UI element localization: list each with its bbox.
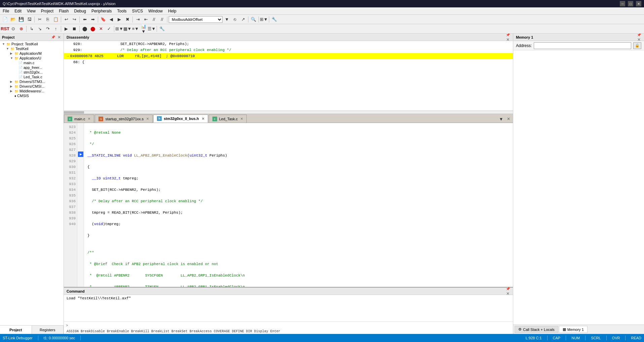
extra-button[interactable]: ☰▼ — [148, 25, 155, 33]
tab-registers[interactable]: Registers — [32, 326, 64, 334]
tab-led-task-close[interactable]: ✕ — [240, 117, 243, 121]
memory-pin-button[interactable]: 📌 — [637, 34, 641, 37]
tools-button[interactable]: 🔧 — [271, 16, 278, 23]
command-input[interactable] — [70, 324, 511, 328]
copy-button[interactable]: ⎘ — [44, 16, 51, 23]
reset-button[interactable]: RST — [1, 25, 9, 33]
tree-item-app-m[interactable]: ▶ 📁 Application/M — [1, 51, 63, 56]
stop-button[interactable]: ⊗ — [17, 25, 25, 33]
search-symbol-button[interactable]: ⎋ — [231, 16, 239, 23]
serial-view-button[interactable]: ≡▼ — [132, 25, 139, 33]
new-file-button[interactable]: 📄 — [1, 16, 9, 23]
unindent-button[interactable]: ⇤ — [142, 16, 150, 23]
disassembly-pin-button[interactable]: 📌 — [506, 34, 510, 37]
bookmark-button[interactable]: 🔖 — [99, 16, 107, 23]
menu-tools[interactable]: Tools — [115, 8, 129, 14]
paste-button[interactable]: 📋 — [52, 16, 59, 23]
command-pin-button[interactable]: 📌 — [506, 287, 510, 291]
tab-main-c[interactable]: c main.c ✕ — [64, 115, 94, 123]
memory-address-input[interactable] — [534, 42, 631, 49]
step-into-button[interactable]: ↘ — [36, 25, 43, 33]
tab-startup[interactable]: s startup_stm32g071xx.s ✕ — [95, 115, 153, 123]
menu-project[interactable]: Project — [38, 8, 56, 14]
code-line-925: __STATIC_INLINE void LL_APB2_GRP1_Enable… — [87, 153, 510, 159]
save-button[interactable]: 💾 — [17, 16, 25, 23]
view-options-button[interactable]: ⊞▼ — [260, 16, 268, 23]
tree-item-cmsis[interactable]: ♦ CMSIS — [1, 93, 63, 98]
clear-bookmarks-button[interactable]: ✖ — [124, 16, 131, 23]
indent-button[interactable]: ⇥ — [134, 16, 142, 23]
combo-dropdown[interactable]: ▼ — [223, 16, 231, 23]
step-out-button[interactable]: ↑ — [52, 25, 59, 33]
close-window-button[interactable]: ✕ — [636, 1, 641, 6]
cut-button[interactable]: ✂ — [36, 16, 43, 23]
tree-item-app-u[interactable]: ▼ 📁 Application/U — [1, 56, 63, 60]
menu-svcs[interactable]: SVCS — [129, 8, 146, 14]
tree-item-project[interactable]: ▼ 📁 Project: TestKeil — [1, 42, 63, 46]
tree-item-middlewares[interactable]: ▶ 📁 Middlewares/... — [1, 89, 63, 93]
tree-item-app-freer[interactable]: 📄 app_freer... — [1, 65, 63, 70]
next-bookmark-button[interactable]: ▶ — [116, 16, 123, 23]
menu-flash[interactable]: Flash — [56, 8, 71, 14]
right-tab-memory[interactable]: ▦ Memory 1 — [559, 326, 588, 333]
tabs-list-button[interactable]: ▼ — [497, 115, 505, 123]
menu-help[interactable]: Help — [165, 8, 179, 14]
tab-main-c-close[interactable]: ✕ — [88, 117, 90, 121]
tree-label: CMSIS — [17, 94, 29, 98]
enable-all-bp-button[interactable]: ✓ — [105, 25, 113, 33]
uncomment-button[interactable]: // — [158, 16, 166, 23]
editor-close-button[interactable]: ✕ — [506, 117, 511, 121]
scrollbar-thumb-h[interactable] — [64, 111, 84, 114]
tab-project[interactable]: Project — [0, 326, 32, 334]
open-button[interactable]: 📂 — [9, 16, 17, 23]
menu-peripherals[interactable]: Peripherals — [89, 8, 115, 14]
comment-button[interactable]: // — [150, 16, 158, 23]
run-to-cursor-button[interactable]: ↳ — [28, 25, 35, 33]
symbol-combo[interactable]: ModbusAddrOffset — [169, 16, 223, 23]
menu-edit[interactable]: Edit — [12, 8, 24, 14]
save-all-button[interactable]: 🖫 — [26, 16, 33, 23]
run-button[interactable]: ▶ — [63, 25, 70, 33]
menu-view[interactable]: View — [24, 8, 38, 14]
analyze-button[interactable]: 📊▼ — [140, 25, 147, 33]
breakpoint-button[interactable]: ⬤ — [81, 25, 88, 33]
nav-back-button[interactable]: ⬅ — [81, 16, 88, 23]
tab-startup-close[interactable]: ✕ — [146, 117, 149, 121]
tab-stm32-bus-close[interactable]: ✕ — [202, 117, 204, 121]
mem-view-button[interactable]: ▦▼ — [124, 25, 131, 33]
step-over-button[interactable]: ↷ — [44, 25, 51, 33]
tree-item-main-c[interactable]: 📄 main.c — [1, 60, 63, 65]
disassembly-content[interactable]: 928: SET_BIT(RCC->APBENR2, Periphs); 929… — [64, 41, 513, 110]
minimize-button[interactable]: ─ — [620, 1, 625, 6]
find-button[interactable]: 🔍 — [250, 16, 257, 23]
config-button[interactable]: 🔧 — [158, 25, 166, 33]
tree-item-drivers-cmsi[interactable]: ▶ 📁 Drivers/CMSI... — [1, 84, 63, 89]
disable-bp-button[interactable]: ⬤ — [89, 25, 96, 33]
menu-window[interactable]: Window — [146, 8, 165, 14]
tab-stm32-bus[interactable]: h stm32g0xx_ll_bus.h ✕ — [153, 115, 208, 123]
code-content[interactable]: * @retval None */ __STATIC_INLINE void L… — [84, 123, 513, 287]
prev-bookmark-button[interactable]: ◀ — [108, 16, 115, 23]
tab-led-task[interactable]: c Led_Task.c ✕ — [209, 115, 247, 123]
tree-item-testkeil[interactable]: ▼ 📁 TestKeil — [1, 46, 63, 51]
undo-button[interactable]: ↩ — [63, 16, 70, 23]
project-pin-button[interactable]: 📌 — [51, 35, 55, 40]
stop-debug-button[interactable]: ⏹ — [71, 25, 78, 33]
maximize-button[interactable]: □ — [628, 1, 633, 6]
target-options-button[interactable]: ⊙ — [9, 25, 17, 33]
tree-item-drivers-stm3[interactable]: ▶ 📁 Drivers/STM3... — [1, 79, 63, 84]
tree-item-led-task[interactable]: 📄 Led_Task.c — [1, 75, 63, 79]
memory-go-button[interactable]: 🔒 — [633, 42, 641, 49]
goto-symbol-button[interactable]: ↗ — [239, 16, 247, 23]
redo-button[interactable]: ↪ — [71, 16, 78, 23]
memory-content[interactable] — [513, 50, 644, 325]
disassembly-scrollbar-h[interactable] — [64, 110, 513, 114]
right-tab-callstack[interactable]: ⚙ Call Stack + Locals — [515, 326, 558, 333]
view-select-button[interactable]: ⊞▼ — [116, 25, 123, 33]
nav-fwd-button[interactable]: ➡ — [89, 16, 96, 23]
kill-bp-button[interactable]: ✕ — [97, 25, 105, 33]
project-close-button[interactable]: ✕ — [57, 35, 62, 40]
menu-file[interactable]: File — [0, 8, 12, 14]
tree-item-stm32g0x[interactable]: 📄 stm32g0x... — [1, 70, 63, 75]
menu-debug[interactable]: Debug — [72, 8, 89, 14]
